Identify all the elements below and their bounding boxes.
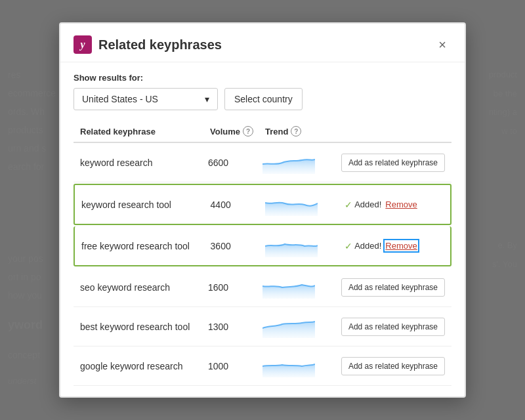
action-cell: Add as related keyphrase [341,357,445,375]
volume-cell: 6600 [208,158,257,168]
col-action-header [345,126,445,136]
modal-title: Related keyphrases [98,37,222,52]
keyphrase-cell: keyword research [80,158,203,168]
keyphrase-cell: google keyword research [80,361,203,371]
yoast-icon: y [74,35,92,54]
keyphrase-cell: free keyword research tool [81,241,205,251]
trend-cell [262,354,336,377]
modal-title-group: y Related keyphrases [74,35,222,54]
table-header: Related keyphrase Volume ? Trend ? [74,121,452,143]
add-keyphrase-button[interactable]: Add as related keyphrase [341,278,445,297]
add-keyphrase-button[interactable]: Add as related keyphrase [341,357,445,375]
action-cell: ✓ Added! Remove [345,200,444,210]
trend-cell [265,193,339,216]
table-row: keyword research 6600 [74,143,452,182]
add-keyphrase-button[interactable]: Add as related keyphrase [341,154,445,172]
col-volume-header: Volume ? [210,126,260,136]
show-results-label: Show results for: [74,73,452,83]
trend-cell [262,315,336,338]
added-status: ✓ Added! [345,200,381,210]
country-dropdown[interactable]: United States - US ▾ [74,88,218,110]
trend-cell [262,151,336,174]
keyphrase-cell: keyword research tool [81,200,205,210]
keyphrase-table: Related keyphrase Volume ? Trend ? keywo… [74,121,452,386]
country-value: United States - US [82,94,158,104]
volume-cell: 1300 [208,322,257,332]
added-status: ✓ Added! [345,241,381,251]
volume-cell: 3600 [211,241,260,251]
volume-cell: 1600 [208,282,257,293]
check-icon: ✓ [345,241,352,251]
keyphrase-cell: seo keyword research [80,282,203,293]
action-cell: Add as related keyphrase [341,318,445,336]
volume-cell: 4400 [211,200,260,210]
modal-body: Show results for: United States - US ▾ S… [60,62,465,396]
trend-help-icon[interactable]: ? [291,126,301,136]
select-country-button[interactable]: Select country [224,88,303,110]
col-trend-header: Trend ? [265,126,340,136]
modal-header: y Related keyphrases × [60,24,465,62]
table-row: google keyword research 1000 [74,346,452,386]
keyphrase-cell: best keyword research tool [80,322,203,332]
add-keyphrase-button[interactable]: Add as related keyphrase [341,318,445,336]
action-cell: ✓ Added! Remove [345,241,444,251]
trend-cell [265,234,339,257]
modal-overlay: res ecommerce ords. Wh products urn and … [0,0,525,420]
remove-button[interactable]: Remove [385,241,417,251]
chevron-down-icon: ▾ [205,94,209,104]
col-keyphrase-header: Related keyphrase [80,126,205,136]
modal-dialog: y Related keyphrases × Show results for:… [59,22,466,398]
country-row: United States - US ▾ Select country [74,88,452,110]
close-button[interactable]: × [433,35,452,54]
check-icon: ✓ [345,200,352,210]
action-cell: Add as related keyphrase [341,154,445,172]
table-row: keyword research tool 4400 [74,184,452,225]
table-row: best keyword research tool 1300 [74,307,452,346]
table-row: seo keyword research 1600 [74,268,452,307]
volume-cell: 1000 [208,361,257,371]
action-cell: Add as related keyphrase [341,278,445,297]
volume-help-icon[interactable]: ? [243,126,253,136]
table-row: free keyword research tool 3600 [74,226,452,266]
remove-button[interactable]: Remove [385,200,417,209]
trend-cell [262,276,336,299]
